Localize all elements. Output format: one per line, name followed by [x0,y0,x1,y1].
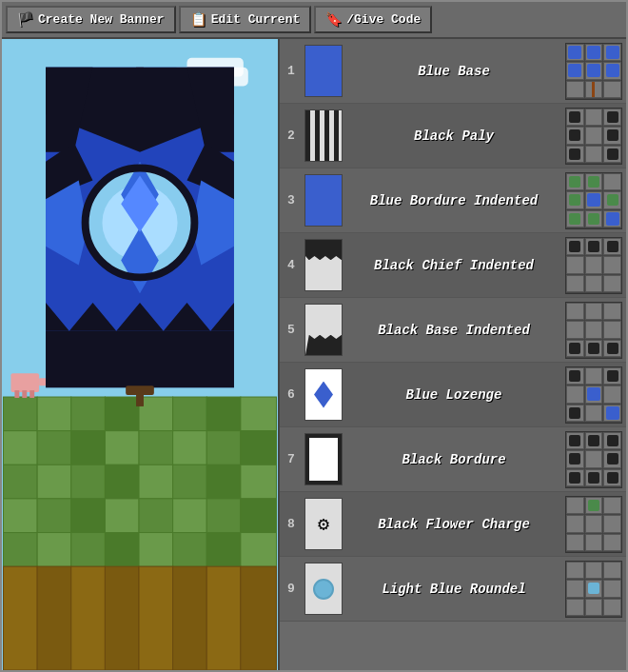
crafting-cell [585,321,603,339]
pattern-number: 8 [284,517,299,531]
svg-rect-49 [105,566,139,670]
crafting-cell [585,580,603,598]
crafting-grid-black-paly [565,108,622,165]
svg-rect-20 [206,431,241,465]
svg-rect-54 [10,373,39,392]
crafting-cell [566,515,584,533]
crafting-grid-blue-lozenge [565,366,622,424]
crafting-cell [566,599,584,617]
svg-rect-11 [173,397,207,431]
crafting-cell [566,109,584,127]
minecraft-scene [2,39,278,670]
svg-rect-14 [4,431,38,465]
svg-rect-40 [71,533,106,567]
crafting-cell [603,367,621,385]
svg-rect-43 [173,533,207,567]
pattern-row: 8 ⚙ Black Flower Charge [280,492,626,557]
pattern-number: 7 [284,452,299,466]
svg-rect-29 [241,464,277,499]
crafting-cell [585,62,603,80]
svg-rect-12 [206,397,241,431]
crafting-cell [603,238,621,256]
svg-rect-17 [105,431,139,465]
svg-rect-58 [29,390,34,398]
crafting-cell [585,256,603,274]
crafting-cell [566,146,584,164]
crafting-cell [566,44,584,62]
pattern-row: 1 Blue Base [280,39,626,104]
svg-rect-34 [139,499,173,533]
svg-rect-32 [71,499,106,533]
pattern-row: 3 Blue Bordure Indented [280,168,626,233]
pattern-number: 9 [284,582,299,596]
crafting-grid-black-flower [565,496,622,553]
crafting-cell [566,256,584,274]
create-new-banner-button[interactable]: 🏴 Create New Banner [6,6,176,33]
svg-rect-24 [71,464,106,499]
pattern-name-black-paly: Black Paly [348,128,559,144]
pattern-icon-black-flower: ⚙ [304,498,343,550]
svg-rect-55 [39,378,47,385]
pattern-row: 5 Black Base Indented [280,298,626,363]
crafting-cell [585,210,603,228]
svg-rect-76 [126,385,154,395]
pattern-number: 5 [284,323,299,337]
crafting-cell [603,450,621,468]
crafting-cell [603,580,621,598]
crafting-cell [566,127,584,145]
pattern-icon-black-bordure [304,433,343,485]
svg-rect-21 [241,431,277,465]
crafting-cell [566,580,584,598]
crafting-grid-blue-bordure-indented [565,172,622,229]
svg-rect-41 [105,533,139,567]
crafting-cell [566,405,584,423]
crafting-cell [585,303,603,321]
pattern-name-black-base-indented: Black Base Indented [348,323,559,338]
app-container: 🏴 Create New Banner 📋 Edit Current 🔖 /Gi… [0,0,628,672]
svg-rect-50 [139,566,173,670]
crafting-cell [603,173,621,191]
pattern-name-blue-lozenge: Blue Lozenge [348,387,559,403]
pattern-row: 2 Black Paly [280,104,626,168]
svg-rect-6 [4,397,38,431]
svg-rect-9 [105,397,139,431]
svg-rect-44 [206,533,241,567]
crafting-cell [566,340,584,358]
crafting-cell [603,321,621,339]
crafting-cell [603,385,621,404]
crafting-grid-light-blue-roundel [565,561,622,618]
create-banner-label: Create New Banner [38,12,165,27]
main-content: 1 Blue Base 2 [2,39,626,670]
crafting-cell [585,450,603,468]
svg-rect-31 [37,499,71,533]
crafting-cell [566,173,584,191]
crafting-cell [603,210,621,228]
give-code-button[interactable]: 🔖 /Give Code [314,6,432,33]
pattern-name-blue-base: Blue Base [348,64,559,79]
svg-rect-33 [105,499,139,533]
crafting-cell [603,405,621,423]
crafting-cell [585,127,603,145]
crafting-cell [566,275,584,293]
crafting-cell [566,303,584,321]
banner-preview [2,39,278,670]
crafting-cell [566,450,584,468]
svg-rect-7 [37,397,71,431]
pattern-icon-light-blue-roundel [304,563,343,615]
pattern-icon-black-paly [304,109,343,162]
crafting-grid-black-chief-indented [565,237,622,294]
crafting-cell [603,534,621,552]
pattern-list: 1 Blue Base 2 [278,39,626,670]
crafting-cell [603,469,621,487]
crafting-cell [603,515,621,533]
pattern-name-black-chief-indented: Black Chief Indented [348,258,559,273]
pattern-row: 6 Blue Lozenge [280,363,626,427]
edit-current-label: Edit Current [211,12,301,27]
crafting-cell [566,497,584,515]
crafting-cell [585,562,603,580]
crafting-cell [585,146,603,164]
pattern-number: 6 [284,387,299,402]
edit-current-button[interactable]: 📋 Edit Current [179,6,312,33]
svg-rect-23 [37,464,71,499]
crafting-cell [603,497,621,515]
